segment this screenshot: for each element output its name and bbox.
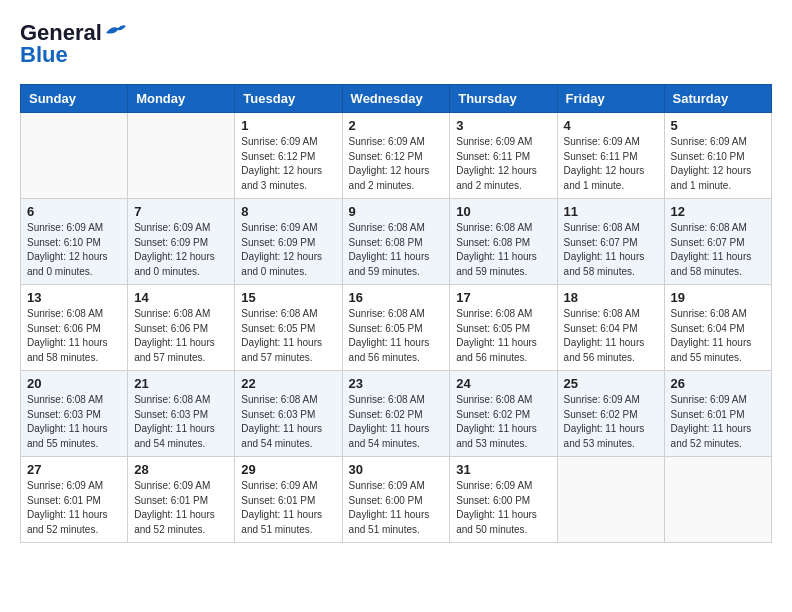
calendar-day-cell: 6Sunrise: 6:09 AM Sunset: 6:10 PM Daylig… [21, 199, 128, 285]
day-number: 15 [241, 290, 335, 305]
calendar-day-cell: 11Sunrise: 6:08 AM Sunset: 6:07 PM Dayli… [557, 199, 664, 285]
calendar-day-cell: 2Sunrise: 6:09 AM Sunset: 6:12 PM Daylig… [342, 113, 450, 199]
day-detail: Sunrise: 6:08 AM Sunset: 6:04 PM Dayligh… [671, 307, 765, 365]
day-number: 23 [349, 376, 444, 391]
calendar-day-cell: 3Sunrise: 6:09 AM Sunset: 6:11 PM Daylig… [450, 113, 557, 199]
calendar-day-cell: 29Sunrise: 6:09 AM Sunset: 6:01 PM Dayli… [235, 457, 342, 543]
calendar-day-cell: 31Sunrise: 6:09 AM Sunset: 6:00 PM Dayli… [450, 457, 557, 543]
day-detail: Sunrise: 6:09 AM Sunset: 6:01 PM Dayligh… [134, 479, 228, 537]
calendar-day-cell [21, 113, 128, 199]
calendar-table: SundayMondayTuesdayWednesdayThursdayFrid… [20, 84, 772, 543]
weekday-header-thursday: Thursday [450, 85, 557, 113]
day-number: 13 [27, 290, 121, 305]
calendar-day-cell: 8Sunrise: 6:09 AM Sunset: 6:09 PM Daylig… [235, 199, 342, 285]
day-number: 3 [456, 118, 550, 133]
calendar-day-cell: 15Sunrise: 6:08 AM Sunset: 6:05 PM Dayli… [235, 285, 342, 371]
weekday-header-friday: Friday [557, 85, 664, 113]
calendar-day-cell [557, 457, 664, 543]
day-detail: Sunrise: 6:08 AM Sunset: 6:06 PM Dayligh… [27, 307, 121, 365]
calendar-week-row: 6Sunrise: 6:09 AM Sunset: 6:10 PM Daylig… [21, 199, 772, 285]
day-detail: Sunrise: 6:08 AM Sunset: 6:02 PM Dayligh… [456, 393, 550, 451]
logo-bird-icon [104, 23, 126, 39]
day-number: 6 [27, 204, 121, 219]
day-number: 18 [564, 290, 658, 305]
calendar-week-row: 20Sunrise: 6:08 AM Sunset: 6:03 PM Dayli… [21, 371, 772, 457]
weekday-header-monday: Monday [128, 85, 235, 113]
calendar-day-cell: 26Sunrise: 6:09 AM Sunset: 6:01 PM Dayli… [664, 371, 771, 457]
calendar-week-row: 27Sunrise: 6:09 AM Sunset: 6:01 PM Dayli… [21, 457, 772, 543]
day-detail: Sunrise: 6:08 AM Sunset: 6:02 PM Dayligh… [349, 393, 444, 451]
day-detail: Sunrise: 6:09 AM Sunset: 6:00 PM Dayligh… [456, 479, 550, 537]
weekday-header-sunday: Sunday [21, 85, 128, 113]
day-detail: Sunrise: 6:09 AM Sunset: 6:09 PM Dayligh… [134, 221, 228, 279]
calendar-day-cell: 13Sunrise: 6:08 AM Sunset: 6:06 PM Dayli… [21, 285, 128, 371]
day-number: 2 [349, 118, 444, 133]
day-detail: Sunrise: 6:09 AM Sunset: 6:11 PM Dayligh… [456, 135, 550, 193]
day-number: 1 [241, 118, 335, 133]
weekday-header-wednesday: Wednesday [342, 85, 450, 113]
day-number: 28 [134, 462, 228, 477]
calendar-day-cell: 9Sunrise: 6:08 AM Sunset: 6:08 PM Daylig… [342, 199, 450, 285]
day-number: 25 [564, 376, 658, 391]
day-number: 10 [456, 204, 550, 219]
day-detail: Sunrise: 6:09 AM Sunset: 6:11 PM Dayligh… [564, 135, 658, 193]
weekday-header-row: SundayMondayTuesdayWednesdayThursdayFrid… [21, 85, 772, 113]
calendar-day-cell: 12Sunrise: 6:08 AM Sunset: 6:07 PM Dayli… [664, 199, 771, 285]
calendar-day-cell: 28Sunrise: 6:09 AM Sunset: 6:01 PM Dayli… [128, 457, 235, 543]
calendar-day-cell: 24Sunrise: 6:08 AM Sunset: 6:02 PM Dayli… [450, 371, 557, 457]
calendar-week-row: 13Sunrise: 6:08 AM Sunset: 6:06 PM Dayli… [21, 285, 772, 371]
day-number: 14 [134, 290, 228, 305]
calendar-day-cell: 7Sunrise: 6:09 AM Sunset: 6:09 PM Daylig… [128, 199, 235, 285]
day-number: 9 [349, 204, 444, 219]
calendar-day-cell: 14Sunrise: 6:08 AM Sunset: 6:06 PM Dayli… [128, 285, 235, 371]
day-number: 20 [27, 376, 121, 391]
day-detail: Sunrise: 6:09 AM Sunset: 6:02 PM Dayligh… [564, 393, 658, 451]
day-number: 17 [456, 290, 550, 305]
weekday-header-saturday: Saturday [664, 85, 771, 113]
day-detail: Sunrise: 6:08 AM Sunset: 6:03 PM Dayligh… [134, 393, 228, 451]
logo-blue: Blue [20, 42, 68, 68]
day-number: 27 [27, 462, 121, 477]
calendar-day-cell: 18Sunrise: 6:08 AM Sunset: 6:04 PM Dayli… [557, 285, 664, 371]
day-number: 16 [349, 290, 444, 305]
calendar-day-cell: 30Sunrise: 6:09 AM Sunset: 6:00 PM Dayli… [342, 457, 450, 543]
day-number: 30 [349, 462, 444, 477]
logo: General Blue [20, 20, 126, 68]
day-detail: Sunrise: 6:08 AM Sunset: 6:04 PM Dayligh… [564, 307, 658, 365]
calendar-day-cell: 19Sunrise: 6:08 AM Sunset: 6:04 PM Dayli… [664, 285, 771, 371]
weekday-header-tuesday: Tuesday [235, 85, 342, 113]
day-detail: Sunrise: 6:09 AM Sunset: 6:10 PM Dayligh… [27, 221, 121, 279]
day-detail: Sunrise: 6:08 AM Sunset: 6:08 PM Dayligh… [349, 221, 444, 279]
day-number: 31 [456, 462, 550, 477]
day-detail: Sunrise: 6:09 AM Sunset: 6:01 PM Dayligh… [27, 479, 121, 537]
calendar-day-cell: 4Sunrise: 6:09 AM Sunset: 6:11 PM Daylig… [557, 113, 664, 199]
day-detail: Sunrise: 6:08 AM Sunset: 6:05 PM Dayligh… [456, 307, 550, 365]
day-detail: Sunrise: 6:09 AM Sunset: 6:12 PM Dayligh… [241, 135, 335, 193]
day-number: 29 [241, 462, 335, 477]
calendar-week-row: 1Sunrise: 6:09 AM Sunset: 6:12 PM Daylig… [21, 113, 772, 199]
day-number: 22 [241, 376, 335, 391]
day-detail: Sunrise: 6:09 AM Sunset: 6:00 PM Dayligh… [349, 479, 444, 537]
calendar-day-cell: 17Sunrise: 6:08 AM Sunset: 6:05 PM Dayli… [450, 285, 557, 371]
calendar-day-cell: 23Sunrise: 6:08 AM Sunset: 6:02 PM Dayli… [342, 371, 450, 457]
day-number: 5 [671, 118, 765, 133]
calendar-day-cell [128, 113, 235, 199]
calendar-day-cell: 20Sunrise: 6:08 AM Sunset: 6:03 PM Dayli… [21, 371, 128, 457]
day-number: 19 [671, 290, 765, 305]
day-number: 4 [564, 118, 658, 133]
day-detail: Sunrise: 6:08 AM Sunset: 6:07 PM Dayligh… [671, 221, 765, 279]
day-detail: Sunrise: 6:09 AM Sunset: 6:01 PM Dayligh… [241, 479, 335, 537]
calendar-day-cell: 10Sunrise: 6:08 AM Sunset: 6:08 PM Dayli… [450, 199, 557, 285]
page-header: General Blue [20, 20, 772, 68]
calendar-day-cell: 25Sunrise: 6:09 AM Sunset: 6:02 PM Dayli… [557, 371, 664, 457]
day-number: 11 [564, 204, 658, 219]
day-number: 7 [134, 204, 228, 219]
day-number: 21 [134, 376, 228, 391]
day-detail: Sunrise: 6:09 AM Sunset: 6:10 PM Dayligh… [671, 135, 765, 193]
day-detail: Sunrise: 6:09 AM Sunset: 6:12 PM Dayligh… [349, 135, 444, 193]
day-number: 26 [671, 376, 765, 391]
day-number: 8 [241, 204, 335, 219]
calendar-day-cell: 27Sunrise: 6:09 AM Sunset: 6:01 PM Dayli… [21, 457, 128, 543]
day-detail: Sunrise: 6:08 AM Sunset: 6:03 PM Dayligh… [27, 393, 121, 451]
day-number: 12 [671, 204, 765, 219]
